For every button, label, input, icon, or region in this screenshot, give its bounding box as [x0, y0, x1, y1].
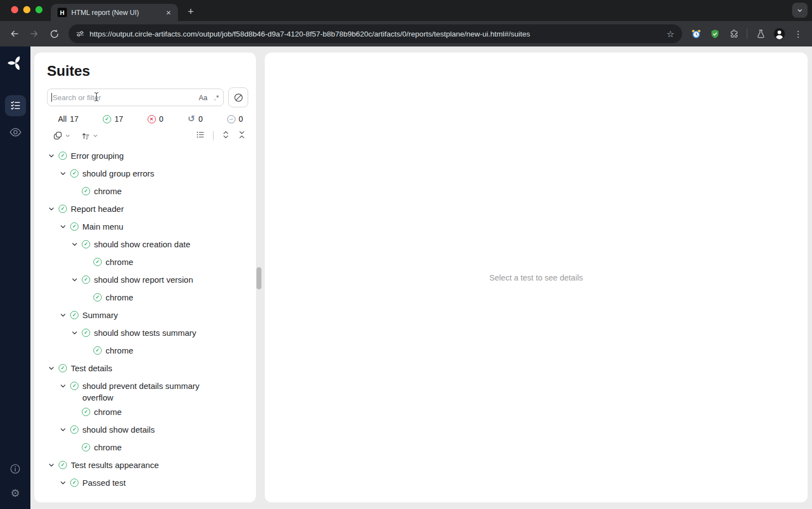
sidebar-item-suites[interactable]: [5, 95, 26, 116]
tree-item-label: should prevent details summary overflow: [82, 380, 221, 403]
info-button[interactable]: [9, 463, 21, 477]
tree-row[interactable]: should group errors: [47, 165, 248, 183]
tree-row[interactable]: Report header: [47, 200, 248, 218]
labs-button[interactable]: [752, 25, 769, 42]
passed-check-icon: [70, 222, 78, 231]
tree-row[interactable]: Error grouping: [47, 147, 248, 165]
tree-row[interactable]: should show creation date: [47, 236, 248, 253]
skipped-count: 0: [239, 115, 243, 123]
tree-row[interactable]: Summary: [47, 307, 248, 324]
tree-row[interactable]: Passed test: [47, 474, 248, 492]
collapse-all-button[interactable]: [238, 130, 246, 142]
filter-all-label: All: [58, 115, 67, 123]
tree-item-label: Test details: [71, 362, 112, 374]
shield-extension-button[interactable]: [706, 25, 723, 42]
puzzle-icon: [729, 29, 739, 39]
tree-row[interactable]: Test results appearance: [47, 456, 248, 474]
chevron-down-icon[interactable]: [60, 168, 70, 177]
chevron-down-icon[interactable]: [48, 362, 59, 372]
search-options: Aa .*: [198, 89, 219, 106]
tree-row[interactable]: should show report version: [47, 271, 248, 289]
address-bar[interactable]: https://output.circle-artifacts.com/outp…: [69, 24, 682, 43]
tree-row[interactable]: should show details: [47, 421, 248, 439]
suites-panel: Suites Aa .*: [34, 53, 256, 502]
retried-count: 0: [198, 115, 203, 123]
filter-retried[interactable]: ↺ 0: [188, 115, 203, 123]
zoom-window-button[interactable]: [35, 6, 43, 13]
group-by-dropdown[interactable]: [53, 131, 71, 141]
browser-tab[interactable]: H HTML report (New UI) ×: [51, 4, 178, 21]
expand-all-button[interactable]: [222, 130, 230, 142]
tab-close-icon[interactable]: ×: [164, 8, 174, 18]
tree-row[interactable]: chrome: [47, 403, 248, 421]
alarm-extension-button[interactable]: [688, 25, 704, 42]
suites-scrollbar-thumb[interactable]: [256, 267, 261, 289]
tab-title: HTML report (New UI): [71, 9, 159, 17]
chevron-down-icon[interactable]: [71, 327, 82, 336]
bookmark-star-icon[interactable]: ☆: [664, 29, 677, 39]
eye-icon: [9, 126, 22, 139]
sort-dropdown[interactable]: [81, 131, 98, 141]
site-info-icon[interactable]: [75, 29, 85, 39]
search-row: Aa .*: [47, 87, 248, 107]
close-window-button[interactable]: [11, 6, 18, 13]
tree-row[interactable]: chrome: [47, 439, 248, 456]
tree-item-label: Main menu: [82, 221, 123, 232]
filter-all[interactable]: All 17: [58, 115, 78, 123]
tree-item-label: Test results appearance: [71, 459, 159, 471]
chevron-down-icon[interactable]: [60, 309, 70, 319]
search-input[interactable]: [47, 89, 224, 106]
chevron-down-icon[interactable]: [48, 150, 59, 159]
tree-row[interactable]: chrome: [47, 253, 248, 271]
passed-check-icon: [82, 187, 90, 195]
tree-row[interactable]: chrome: [47, 289, 248, 307]
tree-item-label: chrome: [106, 292, 133, 303]
filter-passed[interactable]: 17: [103, 115, 123, 123]
chevron-down-icon[interactable]: [71, 238, 82, 248]
passed-check-icon: [59, 205, 67, 213]
list-view-icon: [196, 130, 205, 139]
regex-button[interactable]: .*: [214, 94, 219, 102]
tree-row[interactable]: Test details: [47, 360, 248, 377]
settings-button[interactable]: ⚙: [11, 487, 20, 499]
ibeam-cursor: [93, 92, 99, 104]
chevron-down-icon[interactable]: [60, 380, 70, 389]
chevron-down-icon[interactable]: [71, 274, 82, 283]
tab-search-button[interactable]: [792, 3, 808, 18]
extensions-button[interactable]: [725, 25, 742, 42]
collapse-all-icon: [238, 130, 246, 139]
chevron-down-icon[interactable]: [60, 424, 70, 433]
new-tab-button[interactable]: +: [184, 4, 198, 19]
chevron-down-icon[interactable]: [48, 459, 59, 469]
match-case-button[interactable]: Aa: [198, 94, 207, 102]
browser-filter-button[interactable]: [228, 87, 248, 107]
back-button[interactable]: [6, 25, 23, 43]
tree-row[interactable]: should prevent details summary overflow: [47, 377, 248, 403]
search-box: Aa .*: [47, 89, 224, 106]
tree-item-label: should show tests summary: [94, 327, 196, 339]
chevron-down-icon[interactable]: [60, 477, 70, 486]
passed-check-icon: [103, 115, 111, 123]
kebab-menu-icon: ⋮: [794, 29, 803, 39]
list-view-button[interactable]: [196, 130, 205, 142]
chevron-down-icon[interactable]: [60, 221, 70, 230]
passed-check-icon: [70, 169, 78, 178]
forward-button[interactable]: [25, 25, 43, 43]
tree-row[interactable]: should show tests summary: [47, 324, 248, 342]
chevron-down-icon[interactable]: [48, 203, 59, 212]
sidebar-item-visual-checks[interactable]: [5, 122, 26, 143]
passed-check-icon: [70, 425, 78, 434]
tree-row[interactable]: chrome: [47, 342, 248, 360]
reload-button[interactable]: [45, 25, 63, 43]
filter-skipped[interactable]: 0: [227, 115, 243, 123]
passed-check-icon: [70, 382, 78, 390]
profile-button[interactable]: [771, 25, 788, 42]
tree-row[interactable]: Main menu: [47, 218, 248, 236]
tree-row[interactable]: chrome: [47, 183, 248, 200]
minimize-window-button[interactable]: [23, 6, 30, 13]
tree-item-label: chrome: [94, 442, 122, 453]
filter-failed[interactable]: 0: [148, 115, 164, 123]
tree-item-label: chrome: [106, 345, 133, 356]
browser-menu-button[interactable]: ⋮: [790, 25, 806, 42]
tree-item-label: Error grouping: [71, 150, 124, 162]
